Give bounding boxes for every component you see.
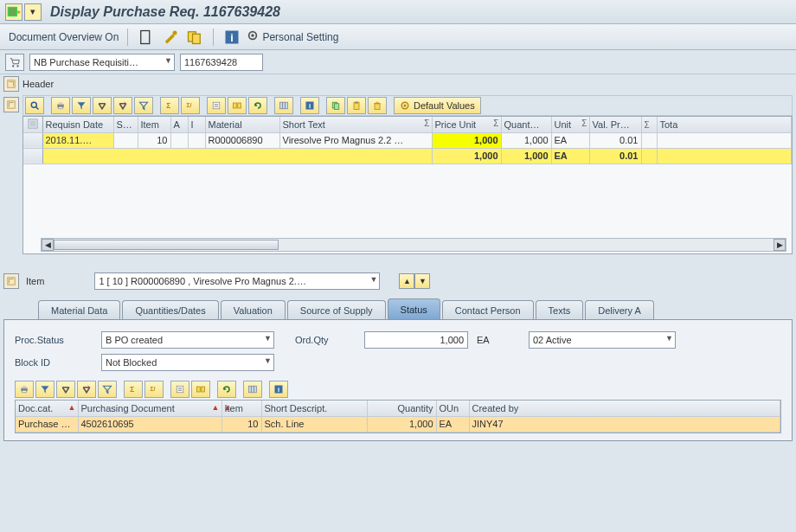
grid-settings-button[interactable] bbox=[274, 97, 293, 114]
layout-button[interactable] bbox=[228, 97, 247, 114]
row-selector[interactable] bbox=[23, 132, 42, 148]
info-button[interactable]: i bbox=[300, 97, 319, 114]
chevron-down-icon: ▼ bbox=[665, 334, 673, 343]
doc-number-field[interactable]: 1167639428 bbox=[180, 54, 263, 71]
tab-quantities-dates[interactable]: Quantities/Dates bbox=[122, 300, 218, 319]
cell-requisn-date: 2018.11.… bbox=[42, 132, 113, 148]
l-export-button[interactable] bbox=[170, 381, 189, 398]
document-overview-toggle[interactable]: Document Overview On bbox=[9, 31, 119, 43]
col-i[interactable]: I bbox=[188, 117, 205, 132]
lcell-item: 10 bbox=[221, 416, 261, 432]
cart-icon[interactable] bbox=[5, 54, 24, 71]
tab-valuation[interactable]: Valuation bbox=[221, 300, 286, 319]
app-menu-dropdown-icon[interactable]: ▾ bbox=[24, 3, 42, 21]
tab-texts[interactable]: Texts bbox=[536, 300, 584, 319]
filter2-button[interactable] bbox=[134, 97, 153, 114]
details-button[interactable] bbox=[25, 97, 44, 114]
svg-rect-30 bbox=[356, 102, 358, 104]
col-price-unit[interactable]: Price UnitΣ bbox=[432, 117, 501, 132]
lcol-created-by[interactable]: Created by bbox=[469, 401, 780, 416]
proc-status-dropdown[interactable]: B PO created ▼ bbox=[101, 331, 274, 349]
col-material[interactable]: Material bbox=[205, 117, 279, 132]
item-prev-button[interactable]: ▲ bbox=[399, 273, 414, 289]
cell-total bbox=[657, 132, 792, 148]
app-toolbar: Document Overview On i Personal Setting bbox=[0, 24, 796, 50]
delete-button[interactable] bbox=[368, 97, 387, 114]
tab-delivery[interactable]: Delivery A bbox=[585, 300, 654, 319]
lcol-oun[interactable]: OUn bbox=[436, 401, 469, 416]
l-grid-settings-button[interactable] bbox=[243, 381, 262, 398]
l-print-button[interactable] bbox=[15, 381, 34, 398]
doc-type-dropdown[interactable]: NB Purchase Requisiti… ▼ bbox=[29, 54, 175, 71]
item-detail-section: Item 1 [ 10 ] R000006890 , Viresolve Pro… bbox=[0, 270, 796, 441]
help-icon[interactable]: i bbox=[222, 29, 241, 46]
header-expand-icon[interactable] bbox=[3, 76, 19, 92]
l-filter2-button[interactable] bbox=[98, 381, 117, 398]
col-unit[interactable]: UnitΣ bbox=[551, 117, 589, 132]
item-label: Item bbox=[26, 276, 44, 286]
l-filter-button[interactable] bbox=[35, 381, 55, 398]
col-quant[interactable]: Quant… bbox=[501, 117, 551, 132]
col-st[interactable]: St… bbox=[113, 117, 138, 132]
horizontal-scrollbar[interactable]: ◀ ▶ bbox=[41, 238, 786, 252]
item-collapse-icon[interactable] bbox=[3, 273, 19, 289]
active-dropdown[interactable]: 02 Active ▼ bbox=[529, 331, 676, 349]
tab-material-data[interactable]: Material Data bbox=[38, 300, 120, 319]
l-layout-button[interactable] bbox=[191, 381, 210, 398]
find-next-button[interactable] bbox=[113, 97, 132, 114]
print-button[interactable] bbox=[51, 97, 70, 114]
scroll-left-icon[interactable]: ◀ bbox=[42, 239, 54, 251]
cell-a bbox=[170, 132, 188, 148]
grid-row[interactable]: 2018.11.… 10 R000006890 Viresolve Pro Ma… bbox=[23, 132, 792, 148]
filter-button[interactable] bbox=[72, 97, 91, 114]
col-a[interactable]: A bbox=[170, 117, 188, 132]
block-id-dropdown[interactable]: Not Blocked ▼ bbox=[101, 354, 274, 371]
svg-point-9 bbox=[12, 65, 14, 67]
default-values-button[interactable]: Default Values bbox=[394, 97, 481, 114]
refresh-button[interactable] bbox=[248, 97, 267, 114]
l-subtotal-button[interactable]: Σ/ bbox=[144, 381, 164, 398]
lower-grid-row[interactable]: Purchase … 4502610695 10 Sch. Line 1,000… bbox=[16, 416, 780, 432]
select-all-button[interactable] bbox=[23, 117, 42, 132]
other-pr-icon[interactable] bbox=[185, 29, 204, 46]
lcol-item[interactable]: Item▲ bbox=[221, 401, 261, 416]
col-short-text[interactable]: Short TextΣ bbox=[279, 117, 432, 132]
svg-rect-1 bbox=[141, 30, 150, 43]
scroll-right-icon[interactable]: ▶ bbox=[774, 239, 786, 251]
change-icon[interactable] bbox=[161, 29, 180, 46]
create-icon[interactable] bbox=[137, 29, 156, 46]
total-button[interactable]: Σ bbox=[160, 97, 179, 114]
items-collapse-icon[interactable] bbox=[3, 97, 19, 112]
col-requisn-date[interactable]: Requisn Date bbox=[42, 117, 113, 132]
block-id-label: Block ID bbox=[15, 357, 93, 368]
tab-contact-person[interactable]: Contact Person bbox=[442, 300, 534, 319]
ord-qty-field[interactable]: 1,000 bbox=[364, 331, 468, 349]
copy-button[interactable] bbox=[326, 97, 345, 114]
l-find-button[interactable] bbox=[56, 381, 75, 398]
l-info-button[interactable]: i bbox=[269, 381, 288, 398]
subtotal-button[interactable]: Σ/ bbox=[181, 97, 200, 114]
lcol-short-desc[interactable]: Short Descript. bbox=[261, 401, 367, 416]
app-menu-icon[interactable] bbox=[5, 3, 22, 21]
l-total-button[interactable]: Σ bbox=[124, 381, 143, 398]
lcol-doc-cat[interactable]: Doc.cat.▲ bbox=[16, 401, 78, 416]
col-val-pr[interactable]: Val. Pr… bbox=[589, 117, 641, 132]
paste-button[interactable] bbox=[347, 97, 366, 114]
tab-source-of-supply[interactable]: Source of Supply bbox=[287, 300, 386, 319]
col-total[interactable]: Tota bbox=[657, 117, 792, 132]
l-refresh-button[interactable] bbox=[217, 381, 236, 398]
item-next-button[interactable]: ▼ bbox=[414, 273, 430, 289]
tab-status[interactable]: Status bbox=[388, 298, 440, 319]
scroll-thumb[interactable] bbox=[54, 240, 279, 250]
svg-rect-43 bbox=[197, 387, 201, 392]
lcol-quantity[interactable]: Quantity bbox=[367, 401, 436, 416]
find-button[interactable] bbox=[93, 97, 112, 114]
export-button[interactable] bbox=[207, 97, 226, 114]
l-find-next-button[interactable] bbox=[77, 381, 96, 398]
col-item[interactable]: Item bbox=[138, 117, 170, 132]
lcol-purch-doc[interactable]: Purchasing Document▲ bbox=[78, 401, 221, 416]
svg-rect-20 bbox=[234, 103, 237, 108]
item-selector-dropdown[interactable]: 1 [ 10 ] R000006890 , Viresolve Pro Magn… bbox=[94, 272, 380, 290]
col-sigma[interactable]: Σ bbox=[641, 117, 657, 132]
personal-setting-button[interactable]: Personal Setting bbox=[247, 29, 338, 44]
